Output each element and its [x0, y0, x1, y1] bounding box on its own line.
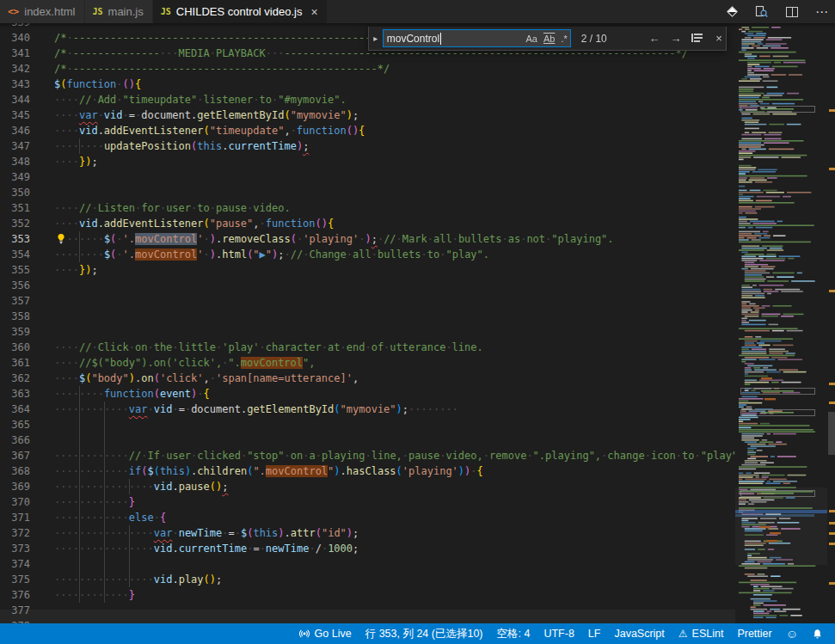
- code-line-355[interactable]: 355····});: [0, 262, 735, 278]
- code-line-361[interactable]: 361····//$("body").on('click',·".movCont…: [0, 355, 735, 371]
- tab-childes-control-video-js[interactable]: JSCHILDES control video.js×: [153, 0, 328, 23]
- status-cursor-position[interactable]: 行 353, 列 24 (已选择10): [359, 623, 490, 644]
- code-line-365[interactable]: 365: [0, 417, 735, 432]
- status-eslint[interactable]: ⚠ESLint: [672, 623, 731, 644]
- tab-main-js[interactable]: JSmain.js: [85, 0, 153, 23]
- code-line-342[interactable]: 342/*·----------------------------------…: [0, 61, 735, 77]
- more-actions-icon[interactable]: ⋯: [814, 4, 830, 20]
- line-number: 364: [0, 402, 30, 417]
- status-language-mode[interactable]: JavaScript: [607, 623, 671, 644]
- code-line-356[interactable]: 356: [0, 278, 735, 293]
- format-document-icon[interactable]: [724, 4, 740, 20]
- code-line-344[interactable]: 344····//·Add·"timeupdate"·listener·to·"…: [0, 92, 735, 107]
- find-in-selection-button[interactable]: [691, 32, 704, 45]
- code-line-368[interactable]: 368············if($(this).children(".mov…: [0, 463, 735, 479]
- code-line-373[interactable]: 373················vid.currentTime·=·new…: [0, 541, 735, 556]
- search-editor-icon[interactable]: [754, 4, 770, 20]
- code-line-357[interactable]: 357: [0, 293, 735, 309]
- line-content: [54, 293, 735, 309]
- code-line-362[interactable]: 362····$("body").on('click',·'span[name=…: [0, 371, 735, 386]
- code-line-347[interactable]: 347········updatePosition(this.currentTi…: [0, 138, 735, 154]
- text-caret: [440, 33, 441, 45]
- code-line-353[interactable]: 353········$(·'.movControl'·).removeClas…: [0, 231, 735, 247]
- status-notifications[interactable]: [805, 623, 830, 644]
- line-content: ····vid.addEventListener("pause",·functi…: [54, 216, 735, 231]
- find-input[interactable]: movControl Aa Ab .*: [383, 29, 571, 47]
- line-number: 356: [0, 278, 30, 293]
- line-number: 355: [0, 262, 30, 278]
- status-encoding[interactable]: UTF-8: [537, 623, 580, 644]
- previous-match-button[interactable]: ←: [648, 32, 661, 45]
- indent-guide: [104, 432, 105, 448]
- indent-guide: [79, 463, 80, 479]
- line-content: [54, 278, 735, 293]
- line-number: 349: [0, 169, 30, 185]
- line-content: ····vid.addEventListener("timeupdate",·f…: [54, 123, 735, 138]
- code-line-364[interactable]: 364············var·vid·=·document.getEle…: [0, 402, 735, 417]
- code-line-351[interactable]: 351····//·Listen·for·user·to·pause·video…: [0, 200, 735, 216]
- tab-bar: <>index.htmlJSmain.jsJSCHILDES control v…: [0, 0, 835, 23]
- code-line-345[interactable]: 345····var·vid·=·document.getElementById…: [0, 107, 735, 123]
- code-line-350[interactable]: 350: [0, 185, 735, 200]
- indent-guide: [104, 479, 105, 494]
- code-line-346[interactable]: 346····vid.addEventListener("timeupdate"…: [0, 123, 735, 138]
- close-find-button[interactable]: ×: [712, 32, 726, 45]
- line-content: ················var·newTime·=·$(this).at…: [54, 525, 735, 541]
- indent-guide: [129, 556, 130, 572]
- indent-guide: [104, 572, 105, 587]
- code-line-375[interactable]: 375················vid.play();: [0, 572, 735, 587]
- code-area[interactable]: 339340/*·-------------------------------…: [0, 23, 735, 623]
- close-tab-icon[interactable]: ×: [310, 6, 317, 18]
- code-line-354[interactable]: 354········$(·'.movControl'·).html("▶");…: [0, 247, 735, 262]
- code-line-352[interactable]: 352····vid.addEventListener("pause",·fun…: [0, 216, 735, 231]
- code-line-360[interactable]: 360····//·Click·on·the·little·'play'·cha…: [0, 340, 735, 355]
- code-line-348[interactable]: 348····});: [0, 154, 735, 169]
- minimap[interactable]: [735, 23, 835, 623]
- status-label: JavaScript: [614, 628, 664, 640]
- line-number: 342: [0, 61, 30, 77]
- status-label: Prettier: [737, 628, 771, 640]
- code-line-343[interactable]: 343$(function·(){: [0, 77, 735, 92]
- line-content: ········function(event)·{: [54, 386, 735, 402]
- lightbulb-icon[interactable]: [56, 233, 68, 245]
- line-content: /*·-------------------------------------…: [54, 61, 735, 77]
- line-number: 368: [0, 463, 30, 479]
- match-case-toggle[interactable]: Aa: [525, 34, 537, 44]
- tab-index-html[interactable]: <>index.html: [0, 0, 85, 23]
- indent-guide: [104, 494, 105, 510]
- find-expand-chevron-icon[interactable]: ▸: [369, 34, 383, 43]
- status-prettier[interactable]: Prettier: [730, 623, 778, 644]
- code-line-363[interactable]: 363········function(event)·{: [0, 386, 735, 402]
- status-go-live[interactable]: Go Live: [292, 623, 359, 644]
- next-match-button[interactable]: →: [669, 32, 683, 45]
- code-line-376[interactable]: 376············}: [0, 587, 735, 603]
- line-number: 369: [0, 479, 30, 494]
- code-line-366[interactable]: 366: [0, 432, 735, 448]
- regex-toggle[interactable]: .*: [561, 34, 567, 44]
- code-line-374[interactable]: 374: [0, 556, 735, 572]
- indent-guide: [79, 510, 80, 525]
- line-number: 343: [0, 77, 30, 92]
- code-line-358[interactable]: 358: [0, 309, 735, 324]
- line-content: $(function·(){: [54, 77, 735, 92]
- status-label: 空格: 4: [497, 627, 531, 641]
- code-line-371[interactable]: 371············else·{: [0, 510, 735, 525]
- whole-word-toggle[interactable]: Ab: [543, 34, 555, 44]
- code-line-349[interactable]: 349: [0, 169, 735, 185]
- line-content: [54, 417, 735, 432]
- code-line-370[interactable]: 370············}: [0, 494, 735, 510]
- code-line-369[interactable]: 369················vid.pause();: [0, 479, 735, 494]
- code-line-359[interactable]: 359: [0, 324, 735, 340]
- status-indentation[interactable]: 空格: 4: [490, 623, 537, 644]
- indent-guide: [104, 448, 105, 463]
- code-line-367[interactable]: 367············//·If·user·clicked·"stop"…: [0, 448, 735, 463]
- line-content: ············if($(this).children(".movCon…: [54, 463, 735, 479]
- status-eol[interactable]: LF: [581, 623, 608, 644]
- horizontal-scrollbar[interactable]: [0, 610, 735, 623]
- code-line-372[interactable]: 372················var·newTime·=·$(this)…: [0, 525, 735, 541]
- bell-icon: [812, 629, 823, 640]
- split-editor-icon[interactable]: [784, 4, 800, 20]
- line-number: 352: [0, 216, 30, 231]
- line-number: 376: [0, 587, 30, 603]
- status-feedback[interactable]: ☺: [779, 623, 805, 644]
